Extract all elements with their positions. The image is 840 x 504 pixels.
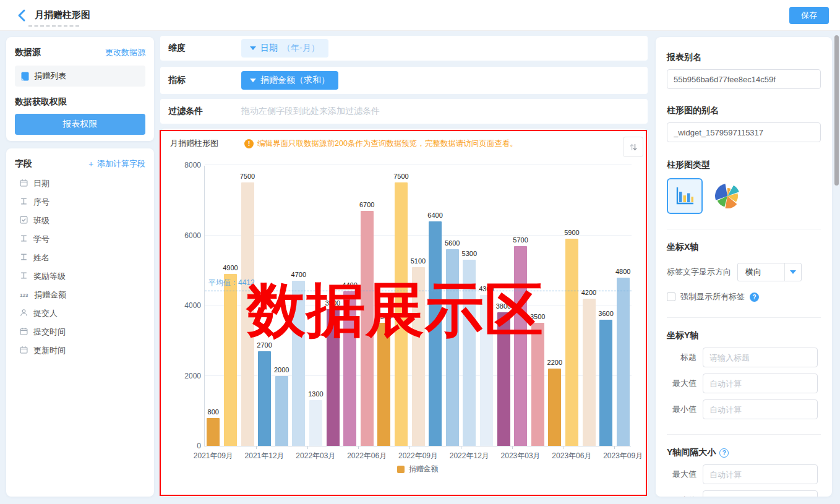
dimension-row: 维度 日期（年-月） — [160, 36, 648, 61]
chevron-down-icon — [250, 79, 256, 82]
y-interval-max-label: 最大值 — [667, 469, 696, 480]
help-icon[interactable]: ? — [719, 448, 729, 458]
y-interval-title-row: Y轴间隔大小 ? — [667, 447, 821, 458]
y-axis-title: 坐标Y轴 — [667, 330, 821, 341]
divider — [667, 317, 821, 318]
y-axis-title-input[interactable] — [703, 348, 818, 367]
filter-drop-area[interactable]: 拖动左侧字段到此处来添加过滤条件 — [241, 106, 380, 117]
add-calc-field-link[interactable]: ＋ 添加计算字段 — [87, 158, 145, 169]
field-item[interactable]: 奖励等级 — [15, 267, 145, 286]
force-labels-label: 强制显示所有标签 — [680, 291, 745, 302]
report-permission-button[interactable]: 报表权限 — [15, 114, 145, 135]
report-alias-label: 报表别名 — [667, 52, 821, 63]
label-direction-select[interactable]: 横向 — [737, 263, 802, 281]
field-item-label: 提交时间 — [33, 327, 66, 338]
chevron-left-icon — [15, 8, 30, 23]
annotation-red-frame — [160, 130, 647, 496]
field-item-label: 日期 — [33, 178, 49, 189]
filter-label: 过滤条件 — [168, 106, 241, 117]
text-icon — [20, 253, 28, 263]
fields-title: 字段 — [15, 158, 32, 169]
field-item-label: 序号 — [33, 197, 49, 208]
bar-chart-icon — [673, 184, 696, 208]
settings-panel: 报表别名 柱形图的别名 柱形图类型 — [656, 37, 832, 497]
y-axis-min-input[interactable] — [703, 399, 818, 419]
title-dashed-underline — [28, 25, 79, 27]
force-labels-checkbox[interactable] — [667, 293, 675, 301]
checkbox-icon — [20, 216, 28, 226]
text-icon — [20, 271, 28, 281]
y-axis-title-field-label: 标题 — [667, 352, 696, 363]
field-item[interactable]: 更新时间 — [15, 341, 145, 360]
datasource-item[interactable]: 捐赠列表 — [15, 66, 145, 87]
chevron-down-icon — [790, 270, 796, 274]
report-alias-input[interactable] — [667, 69, 821, 89]
field-item-label: 奖励等级 — [33, 271, 66, 282]
field-list: 日期序号班级学号姓名奖励等级123捐赠金额提交人提交时间更新时间 — [15, 174, 145, 360]
field-item-label: 学号 — [33, 234, 49, 245]
y-axis-min-label: 最小值 — [667, 404, 696, 415]
app-window: 月捐赠柱形图 保存 数据源 更改数据源 捐赠列表 数据获取权限 报表权限 字段 … — [0, 0, 840, 504]
label-direction-value: 横向 — [738, 263, 784, 281]
fields-panel: 字段 ＋ 添加计算字段 日期序号班级学号姓名奖励等级123捐赠金额提交人提交时间… — [6, 148, 154, 497]
change-datasource-link[interactable]: 更改数据源 — [105, 47, 145, 58]
field-item[interactable]: 姓名 — [15, 249, 145, 267]
divider — [667, 434, 821, 435]
y-interval-min-input[interactable] — [703, 490, 818, 497]
save-button[interactable]: 保存 — [789, 7, 829, 24]
dimension-label: 维度 — [168, 43, 241, 54]
plus-icon: ＋ — [87, 159, 95, 168]
field-item[interactable]: 日期 — [15, 174, 145, 193]
field-item-label: 提交人 — [33, 308, 58, 319]
metric-chip[interactable]: 捐赠金额（求和） — [241, 71, 338, 90]
field-item[interactable]: 学号 — [15, 230, 145, 249]
field-item-label: 捐赠金额 — [34, 289, 66, 301]
calendar-icon — [20, 346, 28, 356]
data-permission-title: 数据获取权限 — [15, 96, 145, 108]
y-interval-max-input[interactable] — [703, 464, 818, 484]
dimension-chip[interactable]: 日期（年-月） — [241, 39, 328, 58]
text-icon — [20, 234, 28, 244]
calendar-icon — [20, 327, 28, 337]
document-icon — [21, 72, 29, 81]
datasource-item-label: 捐赠列表 — [34, 70, 66, 82]
person-icon — [20, 309, 28, 318]
calendar-icon — [20, 179, 28, 189]
field-item[interactable]: 提交时间 — [15, 323, 145, 341]
chevron-down-icon — [250, 46, 256, 50]
back-button[interactable] — [15, 8, 30, 23]
widget-alias-input[interactable] — [667, 122, 821, 142]
pie-chart-icon — [713, 181, 742, 211]
widget-alias-label: 柱形图的别名 — [667, 105, 821, 116]
y-axis-max-input[interactable] — [703, 374, 818, 393]
field-item-label: 班级 — [33, 215, 49, 226]
field-item[interactable]: 提交人 — [15, 304, 145, 323]
text-icon — [20, 197, 28, 207]
chart-type-bar-option[interactable] — [667, 178, 703, 214]
datasource-panel: 数据源 更改数据源 捐赠列表 数据获取权限 报表权限 — [6, 37, 154, 141]
help-icon[interactable]: ? — [750, 293, 759, 302]
page-title: 月捐赠柱形图 — [35, 9, 90, 21]
metric-label: 指标 — [168, 75, 241, 86]
metric-row: 指标 捐赠金额（求和） — [160, 67, 648, 94]
chart-type-label: 柱形图类型 — [667, 160, 821, 171]
chart-type-pie-option[interactable] — [713, 181, 742, 211]
label-direction-label: 标签文字显示方向 — [667, 267, 731, 278]
field-item[interactable]: 序号 — [15, 193, 145, 211]
select-arrow — [784, 263, 801, 281]
field-item-label: 姓名 — [33, 252, 49, 263]
y-axis-max-label: 最大值 — [667, 378, 696, 389]
x-axis-title: 坐标X轴 — [667, 242, 821, 253]
field-item[interactable]: 123捐赠金额 — [15, 286, 145, 304]
filter-row: 过滤条件 拖动左侧字段到此处来添加过滤条件 — [160, 99, 648, 124]
divider — [667, 229, 821, 229]
window-scrollbar-thumb[interactable] — [834, 35, 839, 186]
top-header-bar: 月捐赠柱形图 保存 — [0, 0, 840, 31]
y-interval-min-label: 最小值 — [667, 495, 696, 497]
number-icon: 123 — [20, 293, 28, 298]
field-item-label: 更新时间 — [33, 345, 66, 356]
field-item[interactable]: 班级 — [15, 211, 145, 230]
datasource-title: 数据源 — [15, 47, 41, 58]
y-interval-title: Y轴间隔大小 — [667, 447, 716, 458]
